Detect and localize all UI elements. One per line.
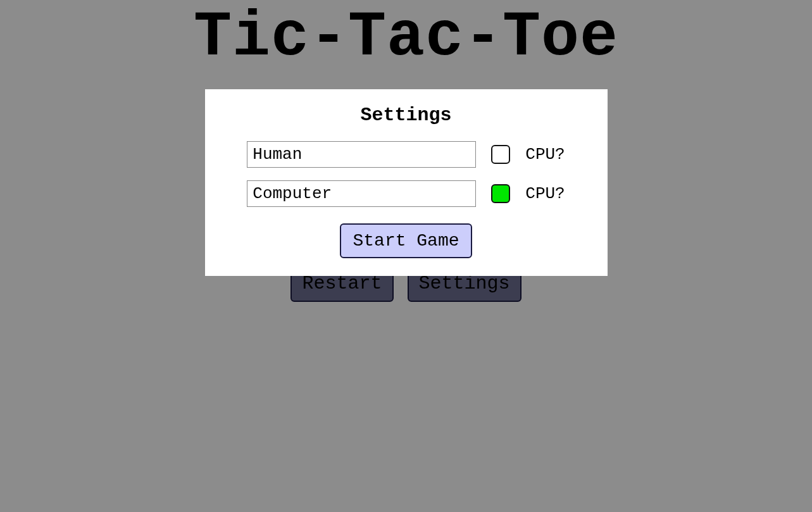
player1-row: CPU?: [224, 141, 589, 168]
player2-row: CPU?: [224, 180, 589, 207]
start-game-button[interactable]: Start Game: [340, 223, 472, 258]
modal-overlay[interactable]: Settings CPU? CPU? Start Game: [0, 0, 812, 512]
modal-title: Settings: [224, 104, 589, 126]
player2-cpu-label: CPU?: [525, 184, 565, 203]
player1-name-input[interactable]: [247, 141, 476, 168]
player1-cpu-checkbox[interactable]: [491, 145, 510, 164]
settings-modal: Settings CPU? CPU? Start Game: [205, 89, 608, 276]
player2-name-input[interactable]: [247, 180, 476, 207]
player2-cpu-checkbox[interactable]: [491, 184, 510, 203]
player1-cpu-label: CPU?: [525, 145, 565, 164]
